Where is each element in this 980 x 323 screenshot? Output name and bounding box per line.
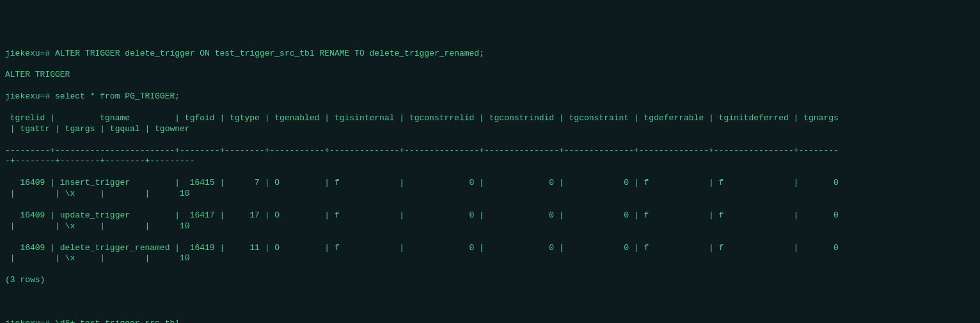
prompt: jiekexu=# <box>5 319 50 323</box>
prompt: jiekexu=# <box>5 49 50 58</box>
command-line-describe[interactable]: jiekexu=# \dS+ test_trigger_src_tbl <box>5 319 975 323</box>
command-text: select * from PG_TRIGGER; <box>55 91 180 101</box>
command-line-select[interactable]: jiekexu=# select * from PG_TRIGGER; <box>5 91 975 102</box>
table-row: 16409 | update_trigger | 16417 | 17 | O … <box>5 210 975 232</box>
command-text: \dS+ test_trigger_src_tbl <box>55 319 180 323</box>
table-row: 16409 | delete_trigger_renamed | 16419 |… <box>5 243 975 265</box>
alter-result: ALTER TRIGGER <box>5 70 975 81</box>
table-row: 16409 | insert_trigger | 16415 | 7 | O |… <box>5 178 975 200</box>
row-count: (3 rows) <box>5 275 975 286</box>
command-line-alter[interactable]: jiekexu=# ALTER TRIGGER delete_trigger O… <box>5 49 975 59</box>
prompt: jiekexu=# <box>5 91 50 101</box>
pg-trigger-header: tgrelid | tgname | tgfoid | tgtype | tge… <box>5 113 975 135</box>
pg-trigger-separator: ---------+------------------------+-----… <box>5 146 975 168</box>
blank-line <box>5 297 975 308</box>
command-text: ALTER TRIGGER delete_trigger ON test_tri… <box>55 49 484 58</box>
